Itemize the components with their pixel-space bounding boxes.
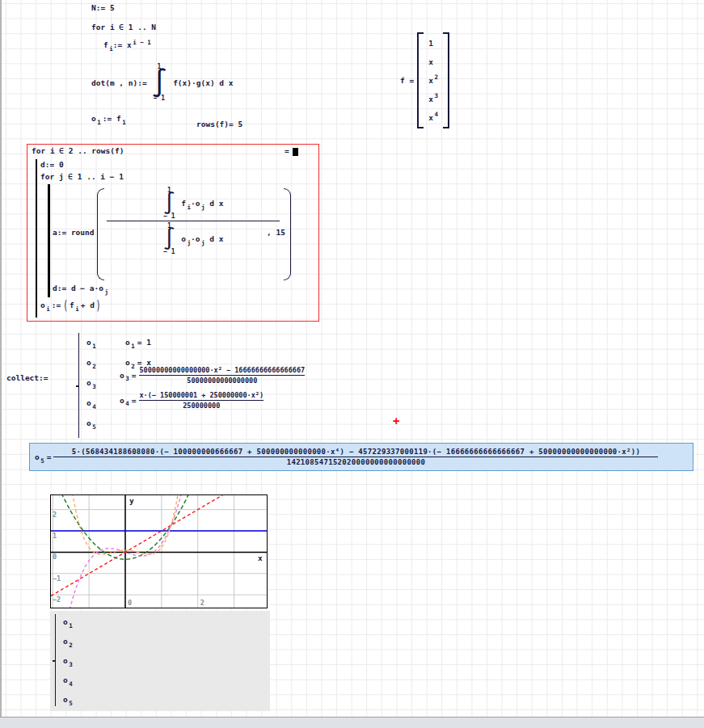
subscript-j: j (104, 288, 108, 296)
o1-evaluation: o1= 1 (125, 338, 151, 347)
program-outer-bar (36, 159, 37, 318)
subscript-1: 1 (97, 119, 101, 126)
subscript-1: 1 (122, 119, 126, 126)
matrix-lhs: f = (400, 76, 414, 85)
var-o: o (91, 114, 96, 123)
matrix-bracket-right (443, 32, 449, 128)
window-bottom-border (0, 717, 704, 728)
assign-op: := f (103, 114, 121, 123)
program-d-init: d:= 0 (40, 160, 64, 169)
denominator-integral: 1 ∫ − 1 oj·oj d x (163, 222, 224, 255)
fraction-bar (107, 221, 280, 221)
matrix-cell: x (428, 53, 438, 71)
crosshair-cursor: + (393, 414, 399, 427)
math-text: for i ∈ 1 .. N (91, 23, 156, 32)
trace-item: o3 (63, 656, 73, 665)
equals-sign: = (285, 146, 289, 155)
region-dot-definition[interactable]: dot(m , n):= 1 ∫ − 1 f(x)·g(x) d x (91, 63, 233, 102)
collect-item: o2 (86, 358, 96, 367)
collect-item: o3 (86, 378, 96, 387)
fraction-bar (53, 457, 658, 457)
program-inner-for: for j ∈ 1 .. i − 1 (40, 172, 124, 181)
big-paren-right (284, 188, 291, 280)
fraction: x·(− 150000001 + 250000000·x²)250000000 (139, 391, 263, 410)
region-collect[interactable]: collect:= o1 o2 o3 o4 o5 o1= 1 o2= x o3=… (6, 331, 362, 440)
integral-symbol: 1 ∫ − 1 (151, 63, 167, 102)
integral-lower-limit: − 1 (163, 248, 175, 255)
svg-text:0: 0 (128, 599, 132, 607)
program-ratio: 1 ∫ − 1 fi·oj d x 1 ∫ − 1 oj·oj d x (107, 187, 280, 255)
svg-text:x: x (258, 553, 263, 562)
trace-item: o2 (63, 637, 73, 646)
cell-base: x (428, 113, 433, 122)
svg-text:−2: −2 (53, 595, 61, 604)
region-gram-schmidt-program[interactable]: for i ∈ 2 .. rows(f) = d:= 0 for j ∈ 1 .… (27, 144, 319, 322)
program-inner-bar (48, 184, 50, 297)
matrix-cell: x2 (428, 71, 438, 90)
integrand: f(x)·g(x) d x (173, 78, 233, 87)
dot-lhs: dot(m , n):= (91, 78, 147, 87)
matrix-cell: x4 (428, 108, 438, 127)
region-o5-evaluation-selected[interactable]: o5= 5·(568434188608080·(− 10000000066666… (29, 443, 693, 471)
program-for-header: for i ∈ 2 .. rows(f) (32, 146, 124, 155)
big-paren-left (97, 188, 104, 280)
o5-denominator: 142108547152020000000000000000 (287, 458, 426, 466)
integrand: oj·oj d x (181, 234, 223, 243)
trace-item: o1 (63, 617, 73, 626)
math-text: , 15 (267, 228, 285, 237)
region-o1-definition[interactable]: o1:= f1 (91, 114, 126, 123)
cell-base: x (428, 57, 433, 66)
trace-item: o4 (63, 675, 73, 684)
cell-exp: 2 (434, 74, 438, 81)
round-precision-arg: , 15 (267, 228, 285, 237)
paren-left: ( (63, 297, 68, 313)
math-text: for i ∈ 2 .. rows(f) (32, 146, 124, 155)
trace-item: o5 (63, 695, 73, 704)
matrix-cell: x3 (428, 90, 438, 108)
region-n-definition[interactable]: N:= 5 (91, 3, 115, 12)
cell-base: 1 (428, 39, 433, 48)
matrix-body: 1 x x2 x3 x4 (424, 32, 443, 128)
integral-symbol: 1 ∫ − 1 (163, 222, 176, 255)
collect-item: o5 (86, 419, 96, 427)
program-result-placeholder[interactable]: = (285, 146, 298, 156)
math-text: d:= 0 (40, 160, 64, 169)
window-left-border (0, 0, 2, 728)
region-for-loop-header[interactable]: for i ∈ 1 .. N (91, 23, 156, 32)
svg-text:2: 2 (200, 599, 204, 607)
matrix-bracket-left (417, 32, 424, 128)
o5-numerator: 5·(568434188608080·(− 100000000666667 + … (72, 448, 640, 456)
cell-base: x (428, 76, 433, 85)
collect-item: o4 (86, 398, 96, 407)
matrix-cell: 1 (428, 34, 438, 53)
trace-brace (55, 614, 58, 706)
integral-symbol: 1 ∫ − 1 (163, 187, 176, 220)
mathcad-worksheet: N:= 5 for i ∈ 1 .. N fi:= xi − 1 dot(m ,… (0, 0, 704, 728)
o4-evaluation: o4= x·(− 150000001 + 250000000·x²)250000… (120, 391, 263, 410)
integrand: fi·oj d x (181, 199, 223, 208)
svg-text:−1: −1 (53, 574, 61, 583)
plot-canvas[interactable]: 02210−1−2yx (51, 495, 267, 608)
region-xy-plot[interactable]: 02210−1−2yx (50, 494, 268, 608)
var-f: f (103, 40, 108, 49)
region-rows-eval[interactable]: rows(f)= 5 (196, 120, 242, 128)
svg-text:0: 0 (53, 553, 57, 561)
numerator-integral: 1 ∫ − 1 fi·oj d x (163, 187, 224, 220)
collect-brace (78, 333, 82, 438)
assign-op: := x (113, 40, 132, 49)
placeholder-icon[interactable] (293, 148, 298, 156)
integral-lower-limit: − 1 (154, 95, 165, 102)
region-f-definition[interactable]: fi:= xi − 1 (103, 40, 151, 49)
region-plot-trace-list[interactable]: o1 o2 o3 o4 o5 (50, 611, 270, 711)
region-f-matrix[interactable]: f = 1 x x2 x3 x4 (400, 32, 449, 128)
o5-lhs: o5= (35, 452, 53, 461)
cell-exp: 3 (434, 92, 438, 99)
collect-lhs: collect:= (6, 373, 48, 382)
math-text: N:= 5 (91, 3, 115, 12)
program-d-update: d:= d − a·oj (53, 284, 108, 292)
o5-fraction: 5·(568434188608080·(− 100000000666667 + … (53, 448, 658, 466)
math-text: a:= round (53, 228, 94, 237)
subscript-i: i (109, 45, 113, 53)
math-text: collect:= (6, 373, 48, 382)
math-text: for j ∈ 1 .. i − 1 (40, 172, 124, 181)
